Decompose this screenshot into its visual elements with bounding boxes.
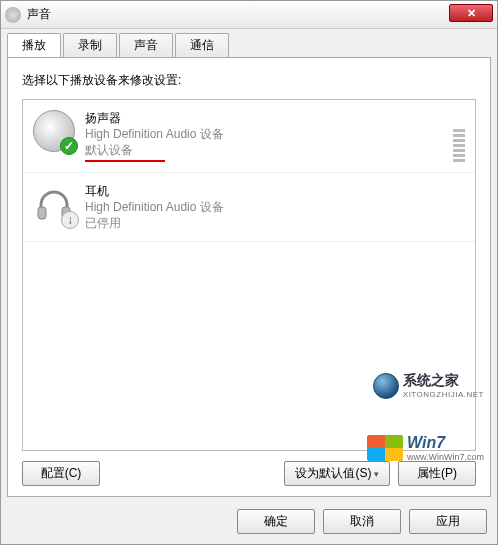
set-default-button[interactable]: 设为默认值(S): [284, 461, 390, 486]
headphone-icon: ↓: [33, 183, 75, 225]
tab-sounds[interactable]: 声音: [119, 33, 173, 57]
device-item-headphones[interactable]: ↓ 耳机 High Definition Audio 设备 已停用: [23, 173, 475, 243]
svg-rect-0: [38, 207, 46, 219]
device-item-speakers[interactable]: ✓ 扬声器 High Definition Audio 设备 默认设备: [23, 100, 475, 173]
configure-button[interactable]: 配置(C): [22, 461, 100, 486]
instruction-text: 选择以下播放设备来修改设置:: [22, 72, 476, 89]
device-text: 耳机 High Definition Audio 设备 已停用: [85, 183, 224, 232]
level-meter: [453, 110, 465, 162]
tab-recording[interactable]: 录制: [63, 33, 117, 57]
device-name: 扬声器: [85, 110, 224, 126]
disabled-down-icon: ↓: [61, 211, 79, 229]
app-icon: [5, 7, 21, 23]
playback-panel: 选择以下播放设备来修改设置: ✓ 扬声器 High Definition Aud…: [7, 57, 491, 497]
cancel-button[interactable]: 取消: [323, 509, 401, 534]
device-status: 已停用: [85, 215, 224, 231]
default-device-label: 默认设备: [85, 142, 165, 161]
apply-button[interactable]: 应用: [409, 509, 487, 534]
device-status: 默认设备: [85, 142, 224, 161]
device-text: 扬声器 High Definition Audio 设备 默认设备: [85, 110, 224, 162]
window-title: 声音: [27, 6, 51, 23]
dialog-button-row: 确定 取消 应用: [1, 503, 497, 544]
ok-button[interactable]: 确定: [237, 509, 315, 534]
speaker-icon: ✓: [33, 110, 75, 152]
device-name: 耳机: [85, 183, 224, 199]
tab-playback[interactable]: 播放: [7, 33, 61, 57]
default-check-icon: ✓: [60, 137, 78, 155]
titlebar[interactable]: 声音 ✕: [1, 1, 497, 29]
properties-button[interactable]: 属性(P): [398, 461, 476, 486]
tab-bar: 播放 录制 声音 通信: [1, 29, 497, 57]
sound-dialog-window: 声音 ✕ 播放 录制 声音 通信 选择以下播放设备来修改设置: ✓ 扬声器 Hi…: [0, 0, 498, 545]
close-icon: ✕: [467, 7, 476, 20]
device-list[interactable]: ✓ 扬声器 High Definition Audio 设备 默认设备 ↓: [22, 99, 476, 451]
tab-communications[interactable]: 通信: [175, 33, 229, 57]
close-button[interactable]: ✕: [449, 4, 493, 22]
device-desc: High Definition Audio 设备: [85, 199, 224, 215]
device-desc: High Definition Audio 设备: [85, 126, 224, 142]
panel-button-row: 配置(C) 设为默认值(S) 属性(P): [22, 461, 476, 486]
